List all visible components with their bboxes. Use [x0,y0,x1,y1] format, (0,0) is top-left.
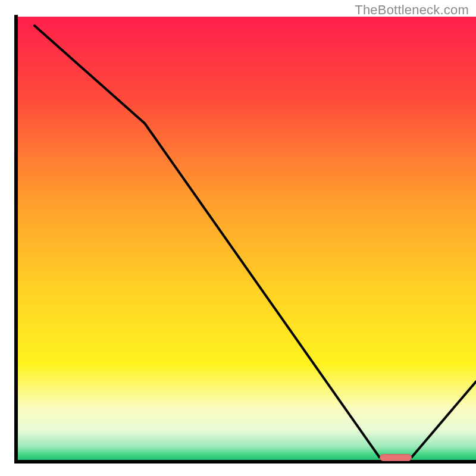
chart-container: { "attribution": "TheBottleneck.com", "c… [0,0,476,476]
optimum-marker [380,454,412,461]
chart-svg [0,0,476,476]
svg-rect-0 [16,17,476,462]
attribution-text: TheBottleneck.com [355,2,469,18]
